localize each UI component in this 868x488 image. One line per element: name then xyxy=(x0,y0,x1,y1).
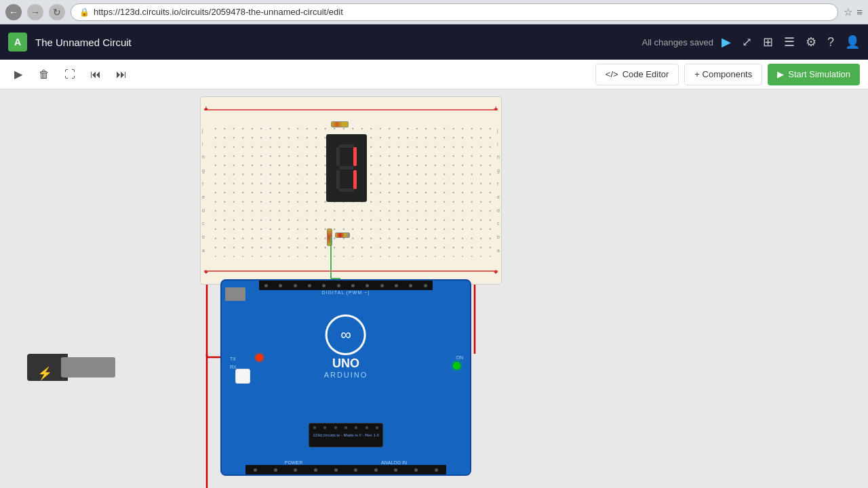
pin-dot xyxy=(351,284,355,287)
pin-dot xyxy=(394,468,397,472)
breadboard-inner: + + + + jihgfedcba jihgfedcba xyxy=(201,97,501,284)
usb-cable xyxy=(61,357,115,378)
header-icons: ▶ ⤢ ⊞ ☰ ⚙ ? 👤 xyxy=(722,35,860,49)
rail-positive-bottom xyxy=(204,270,498,272)
power-analog-labels: POWER ANALOG IN xyxy=(245,460,446,465)
url-text: https://123d.circuits.io/circuits/205947… xyxy=(94,7,343,17)
pin-dot xyxy=(435,468,438,472)
digital-pin-label: DIGITAL (PWM ~) xyxy=(259,290,433,295)
on-label: ON xyxy=(456,355,464,360)
components-label: + Components xyxy=(694,69,752,79)
rail-positive-top xyxy=(204,109,498,110)
move-icon[interactable]: ⤢ xyxy=(742,35,752,49)
pin-dot xyxy=(308,284,311,287)
arduino-brand-text: ARDUINO xyxy=(324,371,368,379)
resistor-mid-vertical[interactable] xyxy=(327,228,332,246)
forward-button[interactable]: → xyxy=(27,4,43,20)
ic-pin xyxy=(323,426,326,429)
pin-dot xyxy=(366,284,369,287)
red-led xyxy=(256,354,263,361)
select-tool[interactable]: ▶ xyxy=(8,64,28,85)
components-button[interactable]: + Components xyxy=(684,64,762,85)
code-editor-label: Code Editor xyxy=(623,69,669,79)
row-labels-right: jihgfedcba xyxy=(497,124,500,257)
reset-button[interactable] xyxy=(235,369,250,384)
row-labels-left: jihgfedcba xyxy=(202,124,205,257)
ic-pins-top xyxy=(309,424,382,432)
browser-extra-icons: ☆ ≡ xyxy=(844,6,863,18)
seg-a xyxy=(339,144,354,148)
resistor-bottom[interactable] xyxy=(335,232,350,238)
pin-dot xyxy=(380,284,384,287)
pin-dot xyxy=(424,284,427,287)
seven-segment-display[interactable] xyxy=(326,134,367,202)
autosave-status: All changes saved xyxy=(642,37,713,47)
pin-dot xyxy=(395,284,398,287)
menu-icon[interactable]: ≡ xyxy=(856,6,863,18)
pin-dot xyxy=(294,284,297,287)
seg-e xyxy=(336,170,340,189)
arduino-logo-area: ∞ UNO ARDUINO xyxy=(324,314,368,379)
cursor-icon[interactable]: ▶ xyxy=(722,35,731,49)
pin-header-top xyxy=(259,281,433,290)
resistor-top[interactable] xyxy=(331,121,349,127)
usb-port xyxy=(225,287,245,301)
help-icon[interactable]: ? xyxy=(827,35,834,49)
browser-chrome: ← → ↻ 🔒 https://123d.circuits.io/circuit… xyxy=(0,0,868,24)
ic-pin xyxy=(366,426,368,429)
arduino-uno-text: UNO xyxy=(324,357,368,371)
seg-f xyxy=(336,147,340,166)
settings-icon[interactable]: ⚙ xyxy=(806,35,816,49)
next-tool[interactable]: ⏭ xyxy=(111,64,132,85)
ic-pin xyxy=(313,426,316,429)
list-icon[interactable]: ☰ xyxy=(784,35,795,49)
pin-dot xyxy=(314,468,317,472)
ic-pin xyxy=(334,426,337,429)
plus-label-tr: + xyxy=(494,105,498,113)
arduino-circle: ∞ xyxy=(326,314,366,355)
pin-dot xyxy=(414,468,418,472)
toolbar: ▶ 🗑 ⛶ ⏮ ⏭ </> Code Editor + Components ▶… xyxy=(0,60,868,89)
breadboard[interactable]: + + + + jihgfedcba jihgfedcba xyxy=(200,96,502,285)
toolbar-right: </> Code Editor + Components ▶ Start Sim… xyxy=(595,64,860,85)
grid-icon[interactable]: ⊞ xyxy=(763,35,773,49)
pin-dot xyxy=(294,468,297,472)
start-simulation-button[interactable]: ▶ Start Simulation xyxy=(768,64,860,85)
pin-dot xyxy=(279,284,282,287)
fit-tool[interactable]: ⛶ xyxy=(60,64,80,85)
code-editor-button[interactable]: </> Code Editor xyxy=(595,64,679,85)
seg-c xyxy=(353,170,357,189)
usb-symbol: ⚡ xyxy=(37,366,52,381)
canvas-area[interactable]: ⚡ + + + + jihgfedcba jihgfedcba xyxy=(0,89,868,488)
plus-label-br: + xyxy=(494,268,498,276)
pin-header-bottom xyxy=(245,465,446,474)
pin-dot xyxy=(354,468,357,472)
seg-display xyxy=(336,144,357,192)
pin-dot xyxy=(374,468,378,472)
pin-dot xyxy=(274,468,277,472)
app-header: A The Unnamed Circuit All changes saved … xyxy=(0,24,868,60)
plus-label-tl: + xyxy=(204,105,208,113)
start-sim-label: Start Simulation xyxy=(788,69,850,79)
seg-d xyxy=(339,188,354,192)
pin-dot xyxy=(264,284,268,287)
ic-pin xyxy=(376,426,378,429)
code-editor-icon: </> xyxy=(606,69,618,79)
url-bar[interactable]: 🔒 https://123d.circuits.io/circuits/2059… xyxy=(71,3,838,21)
arduino-uno[interactable]: DIGITAL (PWM ~) ∞ UNO ARDUINO AREF TX RX… xyxy=(220,279,471,476)
refresh-button[interactable]: ↻ xyxy=(49,4,65,20)
user-icon[interactable]: 👤 xyxy=(845,35,860,49)
arduino-infinity: ∞ xyxy=(340,326,351,344)
attribution-text: 123d.circuits.io - Made in // - Rev 1.0 xyxy=(313,433,379,437)
back-button[interactable]: ← xyxy=(5,4,22,20)
plus-label-bl: + xyxy=(204,268,208,276)
pin-dot xyxy=(337,284,340,287)
seg-b xyxy=(353,147,357,166)
prev-tool[interactable]: ⏮ xyxy=(85,64,106,85)
lock-icon: 🔒 xyxy=(79,7,90,17)
app-logo: A xyxy=(8,33,27,52)
star-icon[interactable]: ☆ xyxy=(844,6,852,18)
pin-dot xyxy=(334,468,338,472)
delete-tool[interactable]: 🗑 xyxy=(34,64,54,85)
usb-connector: ⚡ xyxy=(27,347,115,388)
